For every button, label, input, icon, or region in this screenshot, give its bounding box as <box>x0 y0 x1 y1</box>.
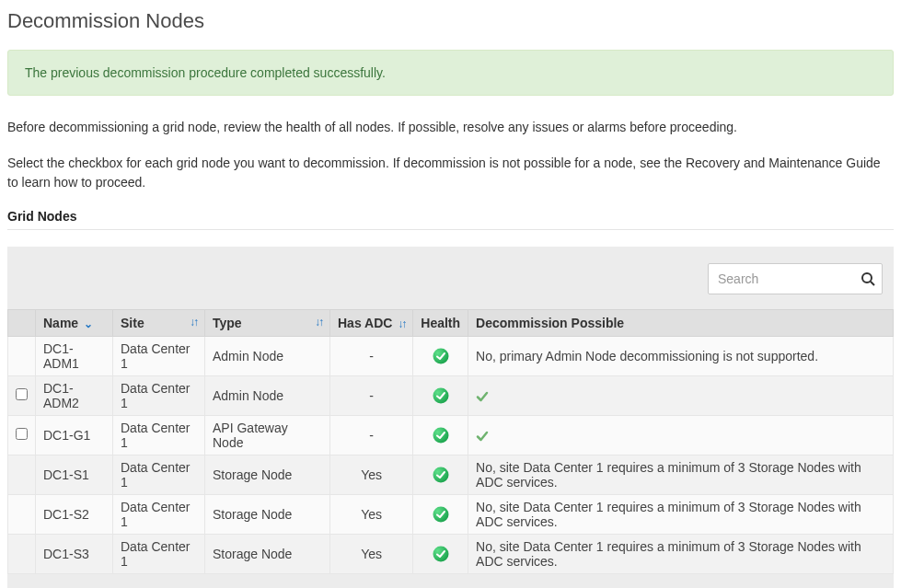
col-decommission-label: Decommission Possible <box>476 316 624 330</box>
cell-has-adc: - <box>330 416 413 455</box>
table-row: DC1-S3Data Center 1Storage NodeYesNo, si… <box>8 535 894 574</box>
decommission-text: No, site Data Center 1 requires a minimu… <box>476 500 861 529</box>
health-ok-icon <box>433 387 449 404</box>
health-ok-icon <box>433 467 449 483</box>
table-row: DC1-S2Data Center 1Storage NodeYesNo, si… <box>8 495 894 535</box>
cell-decommission <box>468 416 894 455</box>
svg-point-3 <box>433 388 448 404</box>
cell-decommission: No, site Data Center 1 requires a minimu… <box>468 455 894 495</box>
cell-has-adc: Yes <box>330 535 413 574</box>
cell-decommission: No, site Data Center 1 requires a minimu… <box>468 535 894 574</box>
cell-name: DC1-G1 <box>36 416 113 455</box>
check-icon <box>476 430 489 443</box>
cell-site: Data Center 1 <box>113 376 205 416</box>
decommission-text: No, primary Admin Node decommissioning i… <box>476 349 818 363</box>
svg-line-1 <box>871 282 874 285</box>
svg-point-5 <box>433 467 448 483</box>
table-row: DC1-ADM1Data Center 1Admin Node-No, prim… <box>8 337 894 376</box>
cell-type: Admin Node <box>205 337 330 376</box>
cell-select <box>8 376 36 416</box>
svg-point-6 <box>433 507 448 523</box>
grid-nodes-panel: Name ⌄ Site ↓↑ Type ↓↑ Has ADC ↓↑ Health <box>7 247 894 588</box>
svg-point-0 <box>862 273 872 282</box>
table-row: DC1-S1Data Center 1Storage NodeYesNo, si… <box>8 455 894 495</box>
cell-decommission <box>468 376 894 416</box>
cell-site: Data Center 1 <box>113 416 205 455</box>
sort-both-icon: ↓↑ <box>315 316 322 329</box>
col-has-adc[interactable]: Has ADC ↓↑ <box>330 310 413 337</box>
col-type[interactable]: Type ↓↑ <box>205 310 330 337</box>
health-ok-icon <box>433 506 449 523</box>
col-select <box>8 310 36 337</box>
cell-name: DC1-ADM1 <box>36 337 113 376</box>
cell-has-adc: Yes <box>330 455 413 495</box>
svg-point-4 <box>433 428 448 444</box>
row-select-checkbox[interactable] <box>16 428 28 440</box>
success-alert-text: The previous decommission procedure comp… <box>25 65 386 80</box>
cell-site: Data Center 1 <box>113 535 205 574</box>
cell-health <box>413 376 468 416</box>
cell-select <box>8 416 36 455</box>
cell-decommission: No, site Data Center 1 requires a minimu… <box>468 495 894 535</box>
sort-both-icon: ↓↑ <box>190 316 197 329</box>
table-header-row: Name ⌄ Site ↓↑ Type ↓↑ Has ADC ↓↑ Health <box>8 310 894 337</box>
table-row: DC1-ADM2Data Center 1Admin Node- <box>8 376 894 416</box>
col-health-label: Health <box>421 316 460 330</box>
cell-select <box>8 535 36 574</box>
cell-type: API Gateway Node <box>205 416 330 455</box>
check-icon <box>476 390 489 403</box>
grid-nodes-heading: Grid Nodes <box>7 209 894 224</box>
page-title: Decommission Nodes <box>7 9 894 33</box>
col-site-label: Site <box>121 316 144 330</box>
cell-health <box>413 337 468 376</box>
intro-paragraph-2: Select the checkbox for each grid node y… <box>7 154 894 192</box>
cell-site: Data Center 1 <box>113 455 205 495</box>
intro-paragraph-1: Before decommissioning a grid node, revi… <box>7 118 894 137</box>
cell-health <box>413 535 468 574</box>
col-name[interactable]: Name ⌄ <box>36 310 113 337</box>
decommission-text: No, site Data Center 1 requires a minimu… <box>476 460 861 490</box>
col-has-adc-label: Has ADC <box>338 316 392 330</box>
grid-nodes-table: Name ⌄ Site ↓↑ Type ↓↑ Has ADC ↓↑ Health <box>7 309 894 574</box>
cell-type: Storage Node <box>205 495 330 535</box>
search-wrapper <box>708 263 883 294</box>
cell-name: DC1-S2 <box>36 495 113 535</box>
health-ok-icon <box>433 348 449 364</box>
cell-type: Storage Node <box>205 535 330 574</box>
row-select-checkbox[interactable] <box>16 388 28 400</box>
cell-site: Data Center 1 <box>113 495 205 535</box>
cell-name: DC1-S3 <box>36 535 113 574</box>
col-health: Health <box>413 310 468 337</box>
svg-point-7 <box>433 547 448 562</box>
cell-select <box>8 455 36 495</box>
sort-asc-icon: ⌄ <box>84 317 93 330</box>
success-alert: The previous decommission procedure comp… <box>7 50 894 96</box>
cell-name: DC1-S1 <box>36 455 113 495</box>
section-divider <box>7 229 894 230</box>
col-type-label: Type <box>213 316 242 330</box>
cell-health <box>413 455 468 495</box>
cell-select <box>8 495 36 535</box>
search-input[interactable] <box>708 263 883 294</box>
cell-has-adc: Yes <box>330 495 413 535</box>
cell-name: DC1-ADM2 <box>36 376 113 416</box>
cell-health <box>413 416 468 455</box>
cell-has-adc: - <box>330 376 413 416</box>
cell-health <box>413 495 468 535</box>
cell-type: Admin Node <box>205 376 330 416</box>
table-row: DC1-G1Data Center 1API Gateway Node- <box>8 416 894 455</box>
cell-site: Data Center 1 <box>113 337 205 376</box>
cell-select <box>8 337 36 376</box>
cell-type: Storage Node <box>205 455 330 495</box>
decommission-text: No, site Data Center 1 requires a minimu… <box>476 539 861 569</box>
svg-point-2 <box>433 349 448 364</box>
health-ok-icon <box>433 427 449 444</box>
health-ok-icon <box>433 546 449 562</box>
search-icon[interactable] <box>861 271 875 286</box>
cell-has-adc: - <box>330 337 413 376</box>
sort-both-icon: ↓↑ <box>398 317 405 330</box>
col-site[interactable]: Site ↓↑ <box>113 310 205 337</box>
cell-decommission: No, primary Admin Node decommissioning i… <box>468 337 894 376</box>
col-decommission: Decommission Possible <box>468 310 894 337</box>
col-name-label: Name <box>43 316 78 330</box>
